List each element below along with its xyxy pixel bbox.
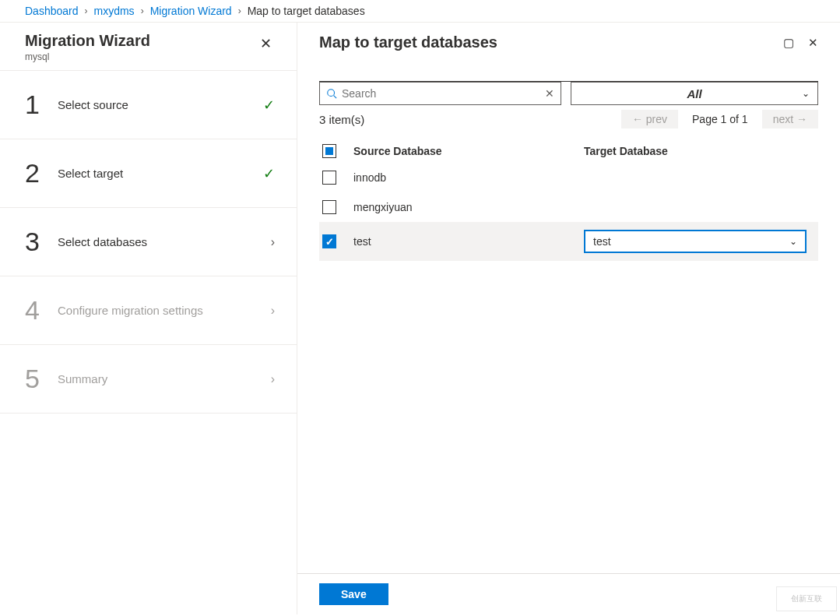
target-db-value: test	[593, 235, 611, 248]
breadcrumb-current: Map to target databases	[248, 5, 365, 17]
clear-icon[interactable]: ✕	[545, 87, 554, 100]
step-label: Summary	[54, 372, 271, 385]
breadcrumb-migration-wizard[interactable]: Migration Wizard	[150, 5, 232, 17]
breadcrumb: Dashboard › mxydms › Migration Wizard › …	[0, 0, 840, 22]
next-button[interactable]: next →	[762, 110, 818, 128]
breadcrumb-dashboard[interactable]: Dashboard	[25, 5, 79, 17]
wizard-step-3[interactable]: 3 Select databases ›	[0, 208, 297, 276]
step-number: 4	[25, 295, 54, 326]
column-source: Source Database	[352, 145, 584, 157]
watermark: 创新互联	[776, 586, 837, 611]
search-input-wrap[interactable]: ✕	[319, 82, 561, 105]
row-checkbox[interactable]	[322, 200, 336, 214]
chevron-down-icon: ⌄	[802, 88, 810, 99]
table-header: Source Database Target Database	[319, 139, 818, 163]
page-title: Map to target databases	[319, 33, 497, 51]
breadcrumb-mxydms[interactable]: mxydms	[94, 5, 135, 17]
sidebar-subtitle: mysql	[25, 51, 150, 62]
step-label: Select databases	[54, 235, 271, 248]
save-button[interactable]: Save	[319, 583, 388, 605]
select-all-checkbox[interactable]	[322, 144, 336, 158]
wizard-step-5[interactable]: 5 Summary ›	[0, 345, 297, 414]
source-db-name: innodb	[352, 171, 584, 184]
table-row[interactable]: innodb	[319, 163, 818, 192]
step-label: Configure migration settings	[54, 304, 271, 317]
filter-value: All	[687, 87, 701, 100]
step-label: Select target	[54, 167, 263, 180]
wizard-step-1[interactable]: 1 Select source ✓	[0, 71, 297, 139]
item-count: 3 item(s)	[319, 113, 364, 126]
close-icon[interactable]: ✕	[808, 36, 818, 50]
chevron-right-icon: ›	[271, 372, 275, 386]
checkmark-icon: ✓	[263, 165, 275, 182]
table-row[interactable]: test test ⌄	[319, 222, 818, 261]
table-row[interactable]: mengxiyuan	[319, 192, 818, 222]
wizard-step-4[interactable]: 4 Configure migration settings ›	[0, 276, 297, 345]
wizard-step-2[interactable]: 2 Select target ✓	[0, 139, 297, 208]
page-label: Page 1 of 1	[686, 113, 754, 125]
prev-button[interactable]: ← prev	[621, 110, 678, 128]
svg-line-1	[334, 96, 337, 99]
chevron-right-icon: ›	[271, 304, 275, 318]
source-db-name: mengxiyuan	[352, 201, 584, 213]
row-checkbox[interactable]	[322, 234, 336, 248]
chevron-right-icon: ›	[271, 235, 275, 249]
step-number: 2	[25, 158, 54, 188]
sidebar-title: Migration Wizard	[25, 32, 150, 50]
main-panel: Map to target databases ▢ ✕ ✕ All ⌄ 3 it…	[297, 23, 840, 614]
column-target: Target Database	[584, 145, 815, 157]
target-db-select[interactable]: test ⌄	[584, 230, 807, 253]
checkmark-icon: ✓	[263, 97, 275, 114]
chevron-down-icon: ⌄	[789, 236, 797, 247]
filter-dropdown[interactable]: All ⌄	[571, 82, 818, 105]
step-number: 3	[25, 227, 54, 257]
maximize-icon[interactable]: ▢	[783, 36, 794, 50]
pager: ← prev Page 1 of 1 next →	[621, 110, 818, 128]
search-icon	[326, 88, 337, 99]
chevron-right-icon: ›	[238, 5, 241, 16]
wizard-sidebar: Migration Wizard mysql ✕ 1 Select source…	[0, 23, 297, 614]
svg-point-0	[328, 90, 335, 97]
search-input[interactable]	[342, 87, 540, 100]
step-label: Select source	[54, 98, 263, 111]
source-db-name: test	[352, 235, 584, 248]
chevron-right-icon: ›	[85, 5, 88, 16]
row-checkbox[interactable]	[322, 171, 336, 185]
step-number: 5	[25, 364, 54, 394]
chevron-right-icon: ›	[141, 5, 144, 16]
close-icon[interactable]: ✕	[260, 32, 272, 52]
step-number: 1	[25, 90, 54, 120]
